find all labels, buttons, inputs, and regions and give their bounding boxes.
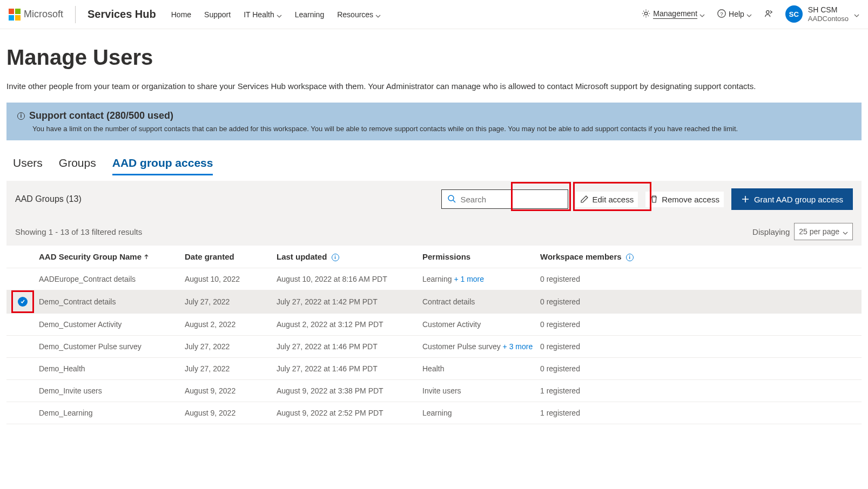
cell-date-granted: August 9, 2022 [185, 409, 277, 417]
per-page-select[interactable]: 25 per page [794, 223, 853, 240]
checkmark-icon [18, 297, 28, 307]
cell-last-updated: August 2, 2022 at 3:12 PM PDT [277, 320, 422, 329]
col-members[interactable]: Workspace members i [540, 252, 659, 261]
chevron-down-icon [746, 11, 752, 17]
svg-point-4 [448, 195, 454, 201]
cell-last-updated: July 27, 2022 at 1:46 PM PDT [277, 364, 422, 373]
edit-access-button[interactable]: Edit access [576, 192, 638, 207]
nav-home[interactable]: Home [171, 10, 191, 19]
tab-groups[interactable]: Groups [59, 154, 96, 175]
feedback-icon[interactable] [764, 9, 773, 20]
trash-icon [650, 195, 658, 203]
cell-date-granted: July 27, 2022 [185, 364, 277, 373]
cell-members: 1 registered [540, 409, 659, 417]
banner-desc: You have a limit on the number of suppor… [17, 125, 851, 133]
chevron-down-icon [277, 12, 282, 17]
info-icon[interactable]: i [332, 254, 339, 261]
table-row[interactable]: Demo_Customer ActivityAugust 2, 2022Augu… [6, 314, 862, 336]
more-permissions-link[interactable]: + 1 more [454, 275, 484, 283]
col-permissions[interactable]: Permissions [422, 252, 540, 261]
table-row[interactable]: Demo_HealthJuly 27, 2022July 27, 2022 at… [6, 358, 862, 380]
tab-aad-group-access[interactable]: AAD group access [112, 154, 213, 175]
svg-point-0 [645, 12, 648, 15]
cell-permissions: Customer Pulse survey + 3 more [422, 342, 540, 351]
nav-right: Management ? Help SC SH CSM AADContoso [641, 5, 859, 23]
cell-date-granted: July 27, 2022 [185, 297, 277, 306]
tabs: Users Groups AAD group access [6, 154, 862, 175]
cell-members: 0 registered [540, 275, 659, 283]
row-select-cell[interactable] [6, 297, 39, 307]
nav-learning[interactable]: Learning [295, 10, 325, 19]
table-row[interactable]: Demo_Invite usersAugust 9, 2022August 9,… [6, 380, 862, 402]
nav-it-health[interactable]: IT Health [244, 10, 282, 19]
grant-access-button[interactable]: Grant AAD group access [731, 188, 853, 210]
search-box[interactable] [441, 189, 568, 209]
user-menu[interactable]: SC SH CSM AADContoso [785, 5, 859, 23]
toolbar: AAD Groups (13) Edit access Remove acces… [6, 181, 862, 218]
app-title[interactable]: Services Hub [88, 8, 156, 21]
nav-resources-label: Resources [337, 10, 373, 19]
chevron-down-icon [854, 11, 859, 17]
user-name: SH CSM [808, 5, 849, 15]
nav-support[interactable]: Support [204, 10, 231, 19]
cell-name: Demo_Health [39, 364, 185, 373]
table-row[interactable]: AADEurope_Contract detailsAugust 10, 202… [6, 268, 862, 290]
chevron-down-icon [843, 229, 848, 234]
results-count: Showing 1 - 13 of 13 filtered results [15, 227, 142, 236]
nav-help[interactable]: ? Help [717, 9, 752, 20]
cell-last-updated: July 27, 2022 at 1:46 PM PDT [277, 342, 422, 351]
user-names: SH CSM AADContoso [808, 5, 849, 23]
table-row[interactable]: Demo_Contract detailsJuly 27, 2022July 2… [6, 290, 862, 314]
info-icon[interactable]: i [626, 254, 634, 261]
chevron-down-icon [375, 12, 381, 17]
cell-permissions: Invite users [422, 386, 540, 395]
cell-members: 1 registered [540, 386, 659, 395]
cell-date-granted: July 27, 2022 [185, 342, 277, 351]
search-icon [447, 194, 456, 205]
table-header: AAD Security Group Name Date granted Las… [6, 246, 862, 268]
page-title: Manage Users [6, 45, 862, 70]
nav-links: Home Support IT Health Learning Resource… [171, 10, 381, 19]
group-count: AAD Groups (13) [15, 194, 82, 204]
per-page-value: 25 per page [799, 227, 839, 236]
cell-name: Demo_Learning [39, 409, 185, 417]
nav-resources[interactable]: Resources [337, 10, 381, 19]
more-permissions-link[interactable]: + 3 more [503, 342, 533, 351]
cell-name: Demo_Customer Activity [39, 320, 185, 329]
table-row[interactable]: Demo_Customer Pulse surveyJuly 27, 2022J… [6, 336, 862, 358]
cell-name: Demo_Invite users [39, 386, 185, 395]
help-icon: ? [717, 9, 726, 20]
cell-last-updated: August 10, 2022 at 8:16 AM PDT [277, 275, 422, 283]
svg-point-3 [766, 11, 769, 13]
nav-it-health-label: IT Health [244, 10, 274, 19]
top-nav: Microsoft Services Hub Home Support IT H… [0, 0, 868, 29]
grant-access-label: Grant AAD group access [754, 195, 843, 204]
info-icon: i [17, 112, 25, 120]
page-description: Invite other people from your team or or… [6, 82, 862, 91]
col-name[interactable]: AAD Security Group Name [39, 252, 185, 261]
groups-table: AAD Security Group Name Date granted Las… [6, 246, 862, 424]
table-row[interactable]: Demo_LearningAugust 9, 2022August 9, 202… [6, 402, 862, 424]
ms-logo-icon [9, 9, 21, 21]
col-date-granted[interactable]: Date granted [185, 252, 277, 261]
ms-logo-text: Microsoft [24, 9, 63, 20]
col-last-updated[interactable]: Last updated i [277, 252, 422, 261]
nav-help-label: Help [729, 10, 744, 18]
gear-icon [641, 9, 651, 20]
pencil-icon [580, 195, 589, 203]
nav-management[interactable]: Management [641, 9, 705, 20]
remove-access-button[interactable]: Remove access [645, 192, 724, 207]
avatar: SC [785, 5, 803, 23]
search-input[interactable] [460, 195, 563, 204]
cell-members: 0 registered [540, 342, 659, 351]
tab-users[interactable]: Users [13, 154, 43, 175]
cell-date-granted: August 9, 2022 [185, 386, 277, 395]
cell-name: AADEurope_Contract details [39, 275, 185, 283]
cell-date-granted: August 10, 2022 [185, 275, 277, 283]
displaying-label: Displaying [752, 227, 790, 236]
svg-text:?: ? [720, 11, 723, 17]
ms-logo[interactable]: Microsoft [9, 6, 76, 23]
cell-date-granted: August 2, 2022 [185, 320, 277, 329]
cell-name: Demo_Contract details [39, 297, 185, 306]
nav-management-label: Management [653, 9, 697, 19]
